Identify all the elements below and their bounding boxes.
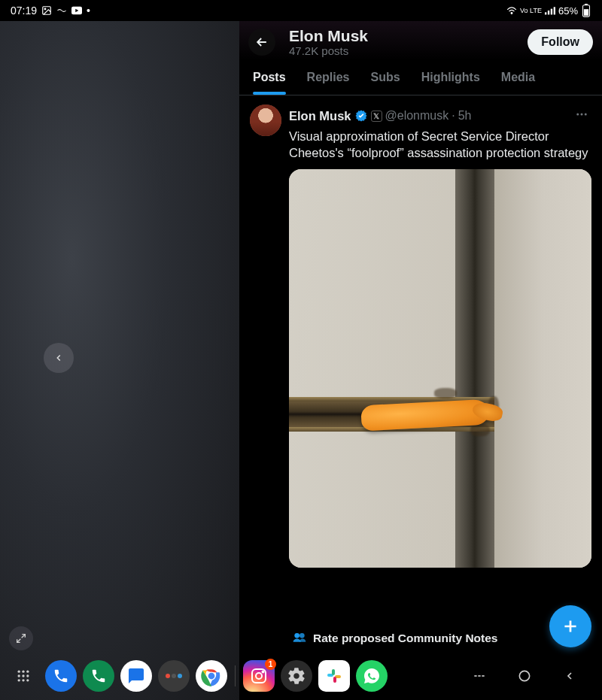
instagram-badge: 1 <box>265 659 276 670</box>
profile-post-count: 47.2K posts <box>289 44 514 57</box>
svg-rect-7 <box>554 7 555 14</box>
svg-point-29 <box>256 673 262 679</box>
nav-home-button[interactable] <box>516 668 533 684</box>
community-notes-bar[interactable]: Rate proposed Community Notes <box>281 622 593 655</box>
svg-point-30 <box>263 671 264 673</box>
svg-point-3 <box>511 13 512 14</box>
status-time: 07:19 <box>11 5 37 17</box>
svg-point-12 <box>581 114 583 116</box>
samsung-folder-icon[interactable] <box>158 660 190 692</box>
left-pane-back-button[interactable] <box>44 343 74 373</box>
back-button[interactable] <box>248 29 275 56</box>
time-separator: · <box>451 109 455 123</box>
tweet-image[interactable] <box>289 169 591 568</box>
twitter-app-pane: Elon Musk 47.2K posts Follow Posts Repli… <box>239 21 602 655</box>
svg-point-34 <box>519 671 529 680</box>
tweet-handle[interactable]: @elonmusk <box>385 109 449 123</box>
tweet-author[interactable]: Elon Musk <box>289 109 351 123</box>
expand-fullscreen-button[interactable] <box>9 626 33 650</box>
svg-point-14 <box>294 633 299 638</box>
status-bar: 07:19 • Vo LTE 65% <box>0 0 602 21</box>
whatsapp-app-icon[interactable] <box>356 660 388 692</box>
nav-recents-button[interactable] <box>471 668 488 684</box>
phone-app-icon[interactable] <box>45 660 77 692</box>
tweet-text: Visual approximation of Secret Service D… <box>289 129 591 162</box>
tab-posts[interactable]: Posts <box>242 60 296 95</box>
svg-point-24 <box>26 679 29 681</box>
battery-saver-icon <box>56 5 67 16</box>
chrome-app-icon[interactable] <box>196 660 227 692</box>
svg-rect-6 <box>551 9 552 15</box>
svg-point-22 <box>18 679 20 681</box>
battery-icon <box>581 5 591 16</box>
signal-icon <box>545 5 555 16</box>
messages-app-icon[interactable] <box>120 660 152 692</box>
profile-header: Elon Musk 47.2K posts Follow <box>239 21 602 60</box>
svg-point-17 <box>22 671 24 673</box>
tab-replies[interactable]: Replies <box>296 60 360 95</box>
svg-rect-4 <box>545 12 546 14</box>
dock-separator <box>235 665 236 686</box>
avatar[interactable] <box>250 105 281 136</box>
svg-point-19 <box>18 674 20 677</box>
tab-subs[interactable]: Subs <box>360 60 411 95</box>
status-battery-pct: 65% <box>558 5 578 17</box>
nav-back-button[interactable] <box>561 668 578 684</box>
svg-point-13 <box>585 114 587 116</box>
compose-fab[interactable] <box>549 605 591 647</box>
tab-highlights[interactable]: Highlights <box>411 60 491 95</box>
svg-rect-9 <box>585 4 588 5</box>
tweet-time[interactable]: 5h <box>458 109 472 123</box>
svg-point-27 <box>208 673 215 680</box>
settings-app-icon[interactable] <box>281 660 312 692</box>
youtube-icon <box>71 5 82 16</box>
svg-point-16 <box>18 671 20 673</box>
svg-point-18 <box>26 671 29 673</box>
svg-point-1 <box>44 8 46 10</box>
svg-point-20 <box>22 674 24 677</box>
x-premium-badge-icon: 𝕏 <box>371 111 382 122</box>
community-notes-icon <box>292 629 307 647</box>
dot-icon: • <box>87 5 90 17</box>
community-notes-label: Rate proposed Community Notes <box>313 632 497 645</box>
svg-rect-5 <box>548 11 549 14</box>
svg-point-15 <box>299 633 305 638</box>
svg-point-23 <box>22 679 24 681</box>
status-network-label: Vo LTE <box>520 8 542 14</box>
image-icon <box>41 5 52 16</box>
app-dock: 1 <box>0 655 602 697</box>
svg-point-21 <box>26 674 29 677</box>
app-drawer-icon[interactable] <box>8 660 39 692</box>
verified-badge-icon <box>354 109 368 123</box>
profile-tabs: Posts Replies Subs Highlights Media <box>239 60 602 95</box>
tweet[interactable]: Elon Musk 𝕏 @elonmusk · 5h Visual approx… <box>239 95 602 571</box>
profile-name: Elon Musk <box>289 27 514 45</box>
tab-media[interactable]: Media <box>491 60 546 95</box>
slack-app-icon[interactable] <box>318 660 350 692</box>
follow-button[interactable]: Follow <box>528 29 593 55</box>
left-split-pane[interactable] <box>0 21 239 700</box>
svg-point-11 <box>576 114 579 116</box>
instagram-app-icon[interactable]: 1 <box>243 660 275 692</box>
svg-rect-10 <box>584 9 588 16</box>
tweet-more-icon[interactable] <box>572 105 591 127</box>
wifi-icon <box>506 5 517 16</box>
contacts-app-icon[interactable] <box>83 660 114 692</box>
